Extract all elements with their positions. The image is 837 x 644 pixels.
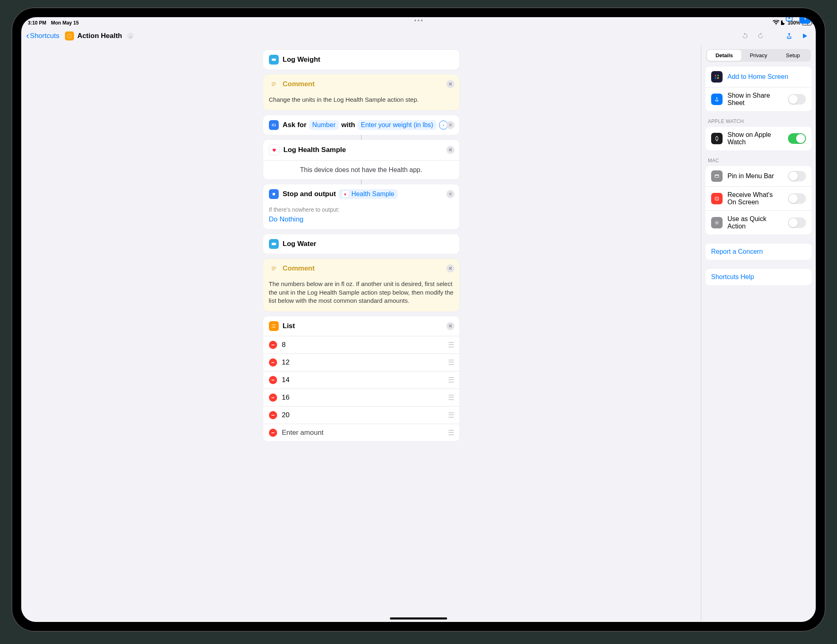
svg-rect-18 — [716, 136, 718, 136]
drag-handle-icon[interactable]: ☰ — [448, 428, 454, 437]
list-icon — [269, 321, 279, 331]
delete-action-button[interactable]: ✕ — [446, 190, 454, 198]
show-on-watch-row[interactable]: Show on Apple Watch — [705, 127, 812, 150]
ask-prefix: Ask for — [283, 121, 307, 129]
list-item[interactable]: −14☰ — [263, 371, 459, 389]
svg-rect-17 — [716, 137, 718, 140]
inspector-sidebar: Details Privacy Setup Add to Home Screen… — [701, 45, 816, 622]
report-concern-row[interactable]: Report a Concern — [705, 244, 812, 260]
title-menu-chevron[interactable]: ⌄ — [127, 33, 134, 39]
delete-action-button[interactable]: ✕ — [446, 264, 454, 273]
drag-handle-icon[interactable]: ☰ — [448, 411, 454, 420]
list-action[interactable]: List ✕ −8☰ −12☰ −14☰ −16☰ −20☰ −Enter am… — [263, 316, 459, 441]
log-health-sample-action[interactable]: Log Health Sample ✕ This device does not… — [263, 140, 459, 179]
add-action-button[interactable] — [783, 17, 795, 24]
svg-point-0 — [67, 34, 71, 38]
remove-item-button[interactable]: − — [269, 411, 277, 419]
remove-item-button[interactable]: − — [269, 341, 277, 349]
list-item[interactable]: −12☰ — [263, 353, 459, 371]
status-bar: 3:10 PM Mon May 15 100% — [21, 17, 816, 27]
row-label: Use as Quick Action — [727, 215, 783, 230]
quick-action-row[interactable]: Use as Quick Action — [705, 210, 812, 235]
health-mini-icon: ♥ — [342, 190, 349, 198]
remove-item-button[interactable]: − — [269, 429, 277, 437]
ask-for-input-action[interactable]: Ask for Number with Enter your weight (i… — [263, 115, 459, 135]
comment-2[interactable]: Comment ✕ The numbers below are in fl oz… — [263, 259, 459, 311]
ask-with: with — [341, 121, 355, 129]
home-indicator[interactable] — [390, 617, 447, 619]
stop-fallback-option[interactable]: Do Nothing — [263, 214, 459, 229]
action-title: Log Health Sample — [284, 146, 346, 154]
row-label: Receive What's On Screen — [727, 191, 783, 206]
add-to-home-screen-row[interactable]: Add to Home Screen — [705, 67, 812, 87]
drag-handle-icon[interactable]: ☰ — [448, 376, 454, 385]
multitask-dots[interactable] — [414, 20, 423, 21]
editor-canvas[interactable]: Log Weight Comment ✕ Change the units in… — [21, 45, 701, 622]
show-in-share-sheet-row[interactable]: Show in Share Sheet — [705, 87, 812, 111]
delete-action-button[interactable]: ✕ — [446, 80, 454, 88]
tab-details[interactable]: Details — [707, 50, 741, 61]
stop-output-action[interactable]: Stop and output ♥ Health Sample ✕ If the… — [263, 184, 459, 229]
chevron-left-icon: ‹ — [26, 31, 29, 40]
input-icon — [269, 120, 279, 130]
ask-type-pill[interactable]: Number — [309, 120, 339, 130]
redo-button[interactable] — [754, 30, 767, 42]
section-log-weight[interactable]: Log Weight — [263, 50, 459, 69]
back-label: Shortcuts — [30, 32, 59, 40]
pin-menubar-toggle[interactable] — [788, 171, 806, 181]
ask-prompt-pill[interactable]: Enter your weight (in lbs) — [358, 120, 436, 130]
shortcuts-help-row[interactable]: Shortcuts Help — [705, 269, 812, 285]
comment-1[interactable]: Comment ✕ Change the units in the Log He… — [263, 74, 459, 110]
remove-item-button[interactable]: − — [269, 376, 277, 384]
delete-action-button[interactable]: ✕ — [446, 322, 454, 330]
health-unavailable-msg: This device does not have the Health app… — [263, 160, 459, 179]
svg-point-12 — [272, 327, 272, 328]
section-title: Log Weight — [283, 56, 320, 64]
tab-privacy[interactable]: Privacy — [741, 50, 776, 61]
section-log-water[interactable]: Log Water — [263, 234, 459, 254]
share-button[interactable] — [783, 30, 795, 42]
comment-body[interactable]: The numbers below are in fl oz. If anoth… — [263, 278, 459, 311]
share-sheet-icon — [711, 94, 723, 105]
watch-icon — [711, 133, 723, 144]
inspector-tabs[interactable]: Details Privacy Setup — [706, 49, 811, 62]
list-item[interactable]: −Enter amount☰ — [263, 424, 459, 441]
connector — [361, 179, 362, 184]
pin-menu-bar-row[interactable]: Pin in Menu Bar — [705, 166, 812, 186]
svg-rect-16 — [717, 77, 718, 78]
drag-handle-icon[interactable]: ☰ — [448, 393, 454, 402]
comment-body[interactable]: Change the units in the Log Health Sampl… — [263, 94, 459, 110]
receive-screen-row[interactable]: Receive What's On Screen — [705, 186, 812, 210]
list-item[interactable]: −20☰ — [263, 406, 459, 424]
drag-handle-icon[interactable]: ☰ — [448, 358, 454, 367]
run-button[interactable] — [799, 30, 811, 42]
svg-rect-13 — [715, 75, 716, 76]
drag-handle-icon[interactable]: ☰ — [448, 340, 454, 349]
svg-rect-19 — [716, 141, 718, 141]
back-button[interactable]: ‹ Shortcuts — [26, 31, 59, 40]
receive-icon — [711, 193, 723, 204]
quick-action-toggle[interactable] — [788, 217, 806, 228]
section-title: Log Water — [283, 240, 316, 248]
shortcut-title[interactable]: Action Health — [77, 32, 122, 40]
info-button[interactable] — [799, 17, 811, 24]
remove-item-button[interactable]: − — [269, 358, 277, 367]
list-item[interactable]: −16☰ — [263, 389, 459, 406]
home-screen-icon — [711, 71, 723, 83]
navbar: ‹ Shortcuts Action Health ⌄ — [21, 27, 816, 45]
delete-action-button[interactable]: ✕ — [446, 146, 454, 154]
undo-button[interactable] — [739, 30, 751, 42]
remove-item-button[interactable]: − — [269, 394, 277, 402]
tab-setup[interactable]: Setup — [776, 50, 810, 61]
svg-rect-5 — [271, 58, 276, 61]
watch-toggle[interactable] — [788, 133, 806, 144]
stop-var-pill[interactable]: ♥ Health Sample — [338, 189, 398, 199]
health-icon — [269, 145, 280, 155]
connector — [361, 135, 362, 140]
list-item[interactable]: −8☰ — [263, 336, 459, 353]
delete-action-button[interactable]: ✕ — [446, 121, 454, 129]
group-label-mac: MAC — [708, 158, 809, 163]
svg-point-23 — [716, 222, 718, 224]
receive-toggle[interactable] — [788, 193, 806, 204]
share-sheet-toggle[interactable] — [788, 94, 806, 105]
